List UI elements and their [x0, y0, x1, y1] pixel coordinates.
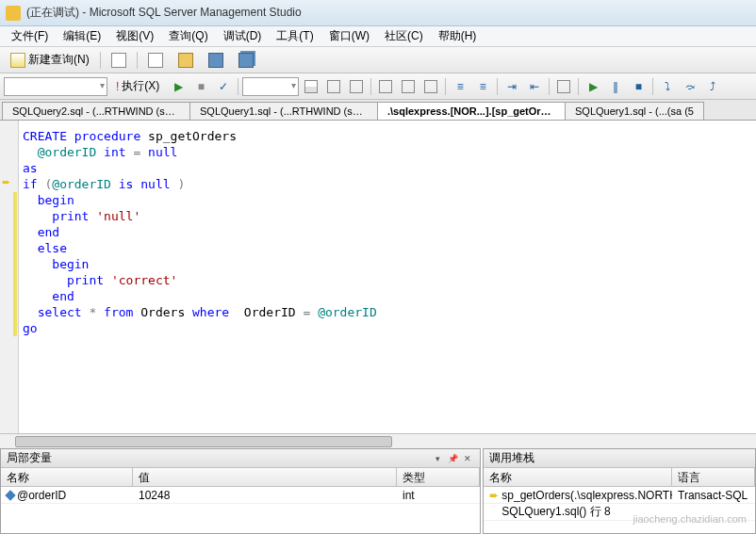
code-content[interactable]: CREATE procedure sp_getOrders @orderID i… — [23, 128, 377, 336]
menu-help[interactable]: 帮助(H) — [431, 26, 485, 46]
locals-grid-header: 名称 值 类型 — [1, 468, 480, 487]
editor-gutter: ➨ — [0, 121, 19, 448]
window-title: (正在调试) - Microsoft SQL Server Management… — [26, 5, 302, 21]
separator — [497, 78, 498, 95]
menu-view[interactable]: 视图(V) — [108, 26, 161, 46]
menu-bar: 文件(F) 编辑(E) 视图(V) 查询(Q) 调试(D) 工具(T) 窗口(W… — [0, 26, 756, 47]
menu-debug[interactable]: 调试(D) — [216, 26, 270, 46]
stop-button[interactable]: ■ — [190, 76, 211, 97]
separator — [549, 78, 550, 95]
separator — [445, 78, 446, 95]
bottom-panes: 局部变量 ▾ 📌 ✕ 名称 值 类型 @orderID10248int 调用堆栈… — [0, 448, 756, 534]
dropdown-icon[interactable]: ▾ — [431, 452, 444, 465]
results-text-button[interactable] — [323, 76, 344, 97]
menu-query[interactable]: 查询(Q) — [161, 26, 215, 46]
save-all-icon — [238, 53, 254, 68]
file-icon — [111, 53, 126, 68]
locals-row[interactable]: @orderID10248int — [1, 487, 480, 504]
file-result-icon — [350, 80, 363, 93]
main-toolbar: 新建查询(N) — [0, 47, 756, 73]
values-icon — [557, 80, 570, 93]
new-file-button[interactable] — [105, 50, 133, 71]
menu-tools[interactable]: 工具(T) — [269, 26, 320, 46]
callstack-grid-header: 名称 语言 — [484, 468, 755, 487]
indent-button[interactable]: ≡ — [450, 76, 470, 97]
new-project-button[interactable] — [141, 50, 170, 71]
indent-inc-button[interactable]: ⇥ — [501, 76, 522, 97]
results-file-button[interactable] — [346, 76, 367, 97]
col-type[interactable]: 类型 — [397, 468, 480, 486]
execute-red-icon: ! — [116, 80, 119, 93]
separator — [100, 52, 101, 69]
callstack-title: 调用堆栈 — [489, 450, 534, 466]
outdent-button[interactable]: ≡ — [472, 76, 493, 97]
comment-button[interactable] — [420, 76, 441, 97]
scrollbar-thumb[interactable] — [15, 436, 392, 447]
comment-icon — [424, 80, 437, 93]
callstack-header: 调用堆栈 — [484, 449, 755, 468]
stats-icon — [402, 80, 415, 93]
stop-debug-button[interactable]: ■ — [628, 76, 649, 97]
locals-title: 局部变量 — [7, 450, 52, 466]
new-query-icon — [10, 53, 25, 68]
open-button[interactable] — [172, 50, 200, 71]
variable-icon — [5, 490, 15, 500]
step-over-button[interactable]: ⤼ — [680, 76, 700, 97]
document-tab[interactable]: SQLQuery1.sql - (...(sa (5 — [565, 102, 704, 120]
save-button[interactable] — [202, 50, 230, 71]
save-all-button[interactable] — [232, 50, 260, 71]
callstack-grid: 名称 语言 ➨ sp_getOrders(.\sqlexpress.NORTHW… — [484, 468, 755, 533]
title-bar: (正在调试) - Microsoft SQL Server Management… — [0, 0, 756, 26]
save-icon — [208, 53, 223, 68]
separator — [370, 78, 371, 95]
folder-open-icon — [178, 53, 193, 68]
code-editor[interactable]: ➨ CREATE procedure sp_getOrders @orderID… — [0, 121, 756, 448]
specify-values-button[interactable] — [553, 76, 574, 97]
col-value[interactable]: 值 — [133, 468, 397, 486]
include-stats-button[interactable] — [398, 76, 419, 97]
plan-icon — [379, 80, 392, 93]
app-icon — [6, 6, 21, 21]
combo-2[interactable] — [242, 77, 299, 96]
new-query-button[interactable]: 新建查询(N) — [4, 49, 96, 71]
document-tab[interactable]: SQLQuery1.sql - (...RTHWIND (sa (52))* — [189, 102, 378, 120]
pin-icon[interactable]: 📌 — [446, 452, 459, 465]
current-line-arrow-icon: ➨ — [2, 176, 10, 188]
step-into-button[interactable]: ⤵ — [657, 76, 678, 97]
continue-button[interactable]: ▶ — [583, 76, 603, 97]
grid-icon — [304, 80, 318, 93]
database-combo[interactable] — [4, 77, 107, 96]
execute-label: 执行(X) — [122, 78, 159, 94]
step-out-button[interactable]: ⤴ — [702, 76, 723, 97]
parse-button[interactable]: ✓ — [213, 76, 234, 97]
text-icon — [327, 80, 340, 93]
debug-button[interactable]: ▶ — [168, 76, 189, 97]
callstack-row[interactable]: SQLQuery1.sql() 行 8 — [484, 504, 755, 521]
separator — [578, 78, 579, 95]
execute-button[interactable]: ! 执行(X) — [109, 76, 166, 97]
changed-block-marker — [13, 192, 17, 336]
close-icon[interactable]: ✕ — [461, 452, 474, 465]
separator — [137, 52, 138, 69]
callstack-pane: 调用堆栈 名称 语言 ➨ sp_getOrders(.\sqlexpress.N… — [483, 448, 756, 534]
menu-window[interactable]: 窗口(W) — [321, 26, 377, 46]
pause-button[interactable]: ‖ — [605, 76, 626, 97]
menu-file[interactable]: 文件(F) — [4, 26, 56, 46]
results-grid-button[interactable] — [301, 76, 321, 97]
separator — [652, 78, 653, 95]
callstack-rows: ➨ sp_getOrders(.\sqlexpress.NORTHWIND)Tr… — [484, 487, 755, 521]
callstack-row[interactable]: ➨ sp_getOrders(.\sqlexpress.NORTHWIND)Tr… — [484, 487, 755, 504]
indent-dec-button[interactable]: ⇤ — [524, 76, 545, 97]
menu-community[interactable]: 社区(C) — [377, 26, 431, 46]
file-plus-icon — [148, 53, 163, 68]
col-lang[interactable]: 语言 — [672, 468, 755, 486]
new-query-label: 新建查询(N) — [28, 52, 90, 68]
document-tab[interactable]: SQLQuery2.sql - (...RTHWIND (sa (53))* — [2, 102, 190, 120]
sql-toolbar: ! 执行(X) ▶ ■ ✓ ≡ ≡ ⇥ ⇤ ▶ ‖ ■ ⤵ ⤼ ⤴ — [0, 73, 756, 100]
include-plan-button[interactable] — [375, 76, 396, 97]
horizontal-scrollbar[interactable] — [0, 433, 756, 448]
col-name[interactable]: 名称 — [1, 468, 133, 486]
document-tab[interactable]: .\sqlexpress.[NOR...].[sp_getOrders]* — [377, 102, 566, 120]
col-name[interactable]: 名称 — [484, 468, 672, 486]
menu-edit[interactable]: 编辑(E) — [56, 26, 108, 46]
